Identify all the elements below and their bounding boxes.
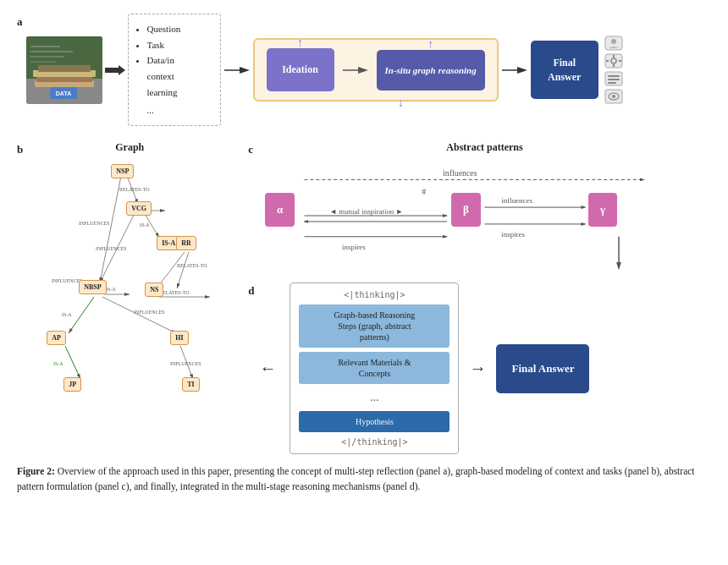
svg-text:inspires: inspires (342, 243, 366, 251)
svg-text:IS-A: IS-A (62, 312, 72, 317)
svg-line-34 (127, 176, 138, 204)
svg-marker-11 (105, 65, 125, 75)
svg-text:RELATES-TO: RELATES-TO (159, 290, 190, 295)
svg-text:INFLUENCES: INFLUENCES (79, 221, 110, 226)
svg-rect-23 (613, 64, 615, 67)
think-item-dots: ... (299, 388, 449, 407)
icon-eye1 (604, 89, 624, 104)
svg-text:inspires: inspires (501, 230, 525, 239)
svg-line-36 (145, 214, 159, 238)
svg-line-45 (69, 297, 94, 333)
node-vcg: VCG (126, 201, 152, 216)
ideation-insitu-container: ↑ Ideation ↑ In-situ graph reasoning ↓ (253, 38, 499, 101)
arrow-right-d: → (469, 359, 486, 378)
svg-text:INFLUENCES: INFLUENCES (170, 361, 201, 366)
svg-text:influences: influences (501, 196, 532, 205)
ap-node-beta: β (451, 193, 481, 227)
panel-d: ← <|thinking|> Graph-based ReasoningStep… (259, 282, 589, 454)
think-item-hypothesis: Hypothesis (299, 411, 449, 432)
abstract-pattern-area: influences # ◄ mutual inspiration ► insp… (258, 161, 711, 271)
svg-text:INFLUENCES: INFLUENCES (134, 310, 165, 315)
input-item-task: Task (147, 37, 212, 53)
input-item-question: Question (147, 21, 212, 37)
node-nsp: NSP (111, 164, 134, 178)
svg-rect-27 (608, 75, 620, 77)
ideation-label: Ideation (282, 63, 318, 75)
node-hi: HI (170, 331, 188, 345)
beta-label: β (463, 203, 469, 216)
panel-image: DATA (26, 36, 102, 104)
icon-list1 (604, 71, 624, 86)
right-icons (604, 36, 624, 104)
think-item-relevant: Relevant Materials &Concepts (299, 352, 449, 384)
figure-caption: Figure 2: Overview of the approach used … (17, 464, 711, 494)
svg-point-19 (611, 39, 616, 44)
figure-caption-text: Overview of the approach used in this pa… (17, 466, 695, 491)
svg-text:◄ mutual inspiration ►: ◄ mutual inspiration ► (329, 207, 403, 216)
ap-node-alpha: α (265, 193, 295, 227)
node-nbsp: NBSP (79, 280, 106, 294)
figure-caption-label: Figure 2: (17, 466, 55, 476)
svg-line-49 (100, 215, 134, 282)
svg-text:DATA: DATA (55, 91, 70, 96)
final-answer-a: FinalAnswer (531, 41, 598, 100)
svg-line-54 (65, 346, 80, 379)
input-box: Question Task Data/incontextlearning ... (128, 14, 221, 126)
node-ti: TI (182, 377, 199, 392)
svg-rect-22 (613, 55, 615, 58)
panel-c: c Abstract patterns (248, 141, 711, 271)
arrow-to-final (502, 63, 527, 78)
arrow-to-ideation (224, 63, 250, 78)
svg-text:#: # (422, 187, 426, 196)
svg-rect-24 (606, 60, 609, 62)
svg-line-47 (102, 297, 176, 333)
node-rr: RR (176, 236, 196, 250)
svg-line-56 (180, 346, 193, 379)
bottom-panels: b Graph RELATES (17, 141, 711, 454)
figure-container: a DATA (17, 14, 711, 494)
panel-d-wrapper: d ← <|thinking|> Graph-based ReasoningSt… (248, 282, 711, 454)
panel-cd: c Abstract patterns (248, 141, 711, 454)
arrow-to-input (102, 63, 128, 78)
svg-point-32 (612, 95, 615, 98)
panel-b-label: b (17, 143, 23, 156)
svg-text:influences: influences (443, 169, 477, 178)
svg-marker-13 (240, 67, 250, 74)
icon-gear1 (604, 53, 624, 69)
svg-rect-8 (38, 65, 91, 72)
svg-marker-17 (517, 67, 527, 74)
panel-d-label: d (248, 284, 254, 298)
panel-c-label: c (248, 143, 253, 156)
ap-node-gamma: γ (588, 193, 617, 227)
ideation-box: Ideation (267, 48, 334, 91)
insitu-label: In-situ graph reasoning (385, 65, 477, 75)
svg-text:RELATES-TO: RELATES-TO (119, 187, 150, 192)
svg-rect-28 (608, 79, 620, 80)
svg-marker-15 (358, 67, 368, 74)
final-answer-a-label: FinalAnswer (548, 57, 581, 83)
node-ap: AP (47, 331, 66, 345)
insitu-box: In-situ graph reasoning (377, 50, 485, 91)
node-ns: NS (145, 282, 163, 297)
input-item-data: Data/incontextlearning (147, 52, 212, 100)
svg-text:IS-A: IS-A (106, 287, 116, 292)
svg-line-39 (177, 252, 189, 288)
panel-c-title: Abstract patterns (258, 141, 711, 154)
icon-face1 (604, 36, 624, 51)
think-item-graph: Graph-based ReasoningSteps (graph, abstr… (299, 304, 449, 348)
final-answer-d: Final Answer (496, 344, 589, 393)
gamma-label: γ (600, 203, 605, 216)
final-answer-d-label: Final Answer (511, 362, 574, 375)
panel-b-title: Graph (28, 141, 231, 154)
svg-line-41 (100, 176, 121, 282)
svg-text:RELATES-TO: RELATES-TO (177, 263, 207, 268)
thinking-open: <|thinking|> (299, 290, 449, 299)
arrow-left-d: ← (259, 359, 276, 378)
svg-text:IS-A: IS-A (140, 222, 150, 228)
thinking-close: <|/thinking|> (299, 437, 449, 447)
svg-rect-25 (619, 60, 621, 62)
alpha-label: α (277, 203, 283, 216)
node-jp: JP (63, 377, 81, 392)
panel-a-label: a (17, 15, 23, 29)
svg-text:INFLUENCES: INFLUENCES (96, 246, 127, 251)
